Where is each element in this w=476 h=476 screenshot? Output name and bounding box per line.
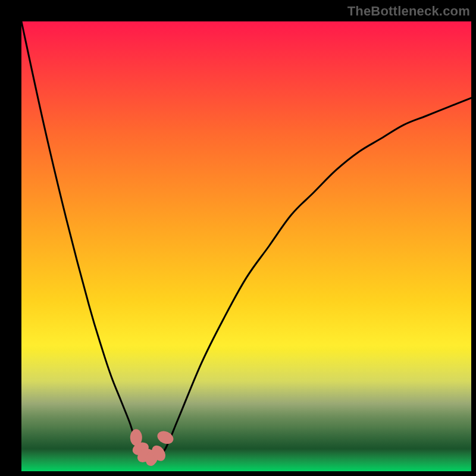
plot-area (21, 21, 471, 471)
gradient-background (21, 21, 471, 471)
chart-frame: TheBottleneck.com (0, 0, 476, 476)
watermark-text: TheBottleneck.com (347, 4, 470, 19)
svg-rect-1 (21, 21, 471, 471)
chart-svg (21, 21, 471, 471)
